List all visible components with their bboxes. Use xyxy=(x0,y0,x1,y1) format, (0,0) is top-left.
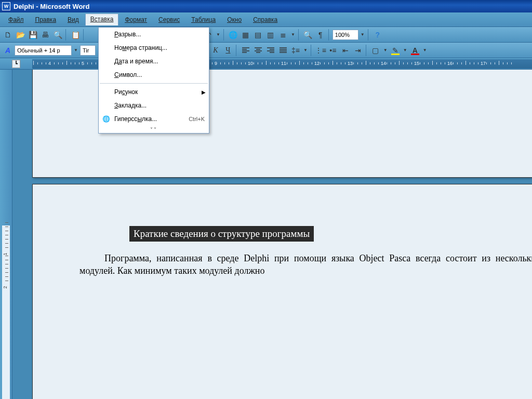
separator xyxy=(298,29,300,41)
document-area: 1212 Краткие сведения о структуре програ… xyxy=(0,70,532,399)
submenu-arrow-icon: ▶ xyxy=(202,89,206,95)
menu-separator xyxy=(100,83,208,84)
line-spacing-icon[interactable]: ‡≡ xyxy=(290,45,301,56)
menu-format[interactable]: Формат xyxy=(119,14,152,25)
bulleted-list-icon[interactable]: •≡ xyxy=(327,45,339,56)
copy-icon[interactable]: 📋 xyxy=(70,29,81,41)
doc-map-icon[interactable]: 🔍 xyxy=(302,29,314,41)
separator xyxy=(223,29,225,41)
dropdown-icon[interactable]: ▼ xyxy=(382,48,389,52)
align-left-icon[interactable] xyxy=(240,45,251,56)
formatting-toolbar: A Обычный + 14 p▼ Tir К Ч ‡≡▼ ⋮≡ •≡ ⇤ ⇥ … xyxy=(0,43,532,58)
app-icon: W xyxy=(2,2,10,10)
menu-item-picture[interactable]: Рисунок▶ xyxy=(99,85,209,99)
style-value: Обычный + 14 p xyxy=(17,47,60,54)
new-icon[interactable]: 🗋 xyxy=(2,29,14,41)
menu-bar: Файл Правка Вид Вставка Формат Сервис Та… xyxy=(0,12,532,27)
align-right-icon[interactable] xyxy=(265,45,276,56)
print-icon[interactable]: 🖶 xyxy=(39,29,51,41)
show-hide-icon[interactable]: ¶ xyxy=(315,29,326,41)
dropdown-icon[interactable]: ▼ xyxy=(215,32,221,37)
selected-heading[interactable]: Краткие сведения о структуре программы xyxy=(129,226,314,242)
menu-insert[interactable]: Вставка xyxy=(85,14,119,25)
menu-item-date-time[interactable]: Дата и время... xyxy=(99,55,209,68)
zoom-field[interactable]: 100% xyxy=(332,30,358,40)
dropdown-icon[interactable]: ▼ xyxy=(290,32,296,37)
dropdown-icon[interactable]: ▼ xyxy=(360,32,366,37)
dropdown-icon[interactable]: ▼ xyxy=(422,48,428,52)
title-bar: W Delphi - Microsoft Word xyxy=(0,0,532,12)
font-value: Tir xyxy=(83,47,89,54)
borders-icon[interactable]: ▢ xyxy=(370,45,381,56)
menu-expand[interactable]: ˅˅ xyxy=(99,126,209,133)
insert-menu-dropdown: Разрыв... Номера страниц... Дата и время… xyxy=(98,27,209,134)
style-field[interactable]: Обычный + 14 p xyxy=(15,45,72,56)
highlight-icon[interactable]: ✎ xyxy=(390,45,401,56)
page-current[interactable]: Краткие сведения о структуре программы П… xyxy=(32,184,532,399)
menu-item-symbol[interactable]: Символ... xyxy=(99,68,209,82)
menu-window[interactable]: Окно xyxy=(222,14,247,25)
help-icon[interactable]: ? xyxy=(372,29,383,41)
italic-icon[interactable]: К xyxy=(210,45,221,56)
vertical-ruler[interactable]: 1212 xyxy=(0,70,12,399)
open-icon[interactable]: 📂 xyxy=(15,29,26,41)
menu-file[interactable]: Файл xyxy=(3,14,29,25)
font-color-icon[interactable]: A xyxy=(409,45,421,56)
decrease-indent-icon[interactable]: ⇤ xyxy=(340,45,351,56)
paragraph-text: Программа, написанная в среде Delphi при… xyxy=(79,253,532,276)
underline-icon[interactable]: Ч xyxy=(222,45,234,56)
standard-toolbar: 🗋 📂 💾 🖶 🔍 📋 ↶▼ 🌐 ▦ ▤ ▥ ≣ ▼ 🔍 ¶ 100%▼ ? xyxy=(0,27,532,43)
excel-icon[interactable]: ▥ xyxy=(265,29,276,41)
menu-item-bookmark[interactable]: Закладка... xyxy=(99,99,209,112)
align-center-icon[interactable] xyxy=(252,45,264,56)
save-icon[interactable]: 💾 xyxy=(27,29,38,41)
separator xyxy=(83,29,85,41)
increase-indent-icon[interactable]: ⇥ xyxy=(352,45,364,56)
dropdown-icon[interactable]: ▼ xyxy=(402,48,408,52)
menu-tools[interactable]: Сервис xyxy=(153,14,185,25)
insert-table-icon[interactable]: ▤ xyxy=(252,29,264,41)
separator xyxy=(236,45,238,56)
menu-help[interactable]: Справка xyxy=(248,14,283,25)
menu-table[interactable]: Таблица xyxy=(186,14,221,25)
numbered-list-icon[interactable]: ⋮≡ xyxy=(315,45,326,56)
body-text[interactable]: Программа, написанная в среде Delphi при… xyxy=(79,252,532,277)
hyperlink-icon: 🌐 xyxy=(102,115,110,123)
separator xyxy=(311,45,313,56)
dropdown-icon[interactable]: ▼ xyxy=(73,48,79,52)
separator xyxy=(328,29,330,41)
separator xyxy=(65,29,68,41)
columns-icon[interactable]: ≣ xyxy=(277,29,289,41)
menu-edit[interactable]: Правка xyxy=(30,14,62,25)
tables-borders-icon[interactable]: ▦ xyxy=(240,29,251,41)
align-justify-icon[interactable] xyxy=(277,45,289,56)
styles-pane-icon[interactable]: A xyxy=(2,45,14,56)
menu-item-break[interactable]: Разрыв... xyxy=(99,28,209,41)
hyperlink-icon[interactable]: 🌐 xyxy=(228,29,239,41)
shortcut-label: Ctrl+K xyxy=(189,116,205,122)
separator xyxy=(368,29,370,41)
tab-selector[interactable]: ┗ xyxy=(0,59,32,69)
font-field[interactable]: Tir xyxy=(80,45,96,56)
zoom-value: 100% xyxy=(335,32,350,38)
dropdown-icon[interactable]: ▼ xyxy=(302,48,309,52)
print-preview-icon[interactable]: 🔍 xyxy=(52,29,63,41)
menu-view[interactable]: Вид xyxy=(62,14,84,25)
menu-item-page-numbers[interactable]: Номера страниц... xyxy=(99,41,209,55)
separator xyxy=(366,45,368,56)
ruler-bar: ┗ 34567891011121314151617 xyxy=(0,58,532,70)
document-scroll[interactable]: Краткие сведения о структуре программы П… xyxy=(12,70,532,399)
chevron-down-icon: ˅˅ xyxy=(150,127,157,132)
menu-item-hyperlink[interactable]: 🌐Гиперссылка...Ctrl+K xyxy=(99,112,209,126)
window-title: Delphi - Microsoft Word xyxy=(14,3,89,10)
